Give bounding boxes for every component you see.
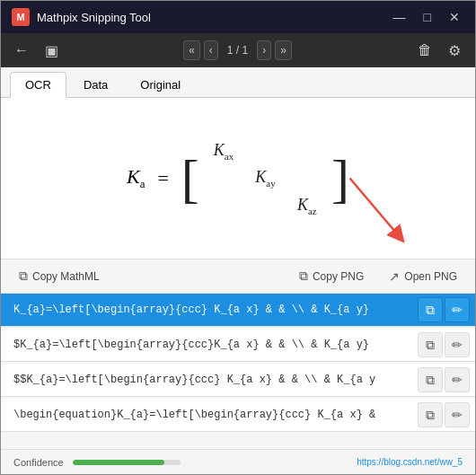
result-copy-btn-1[interactable]: ⧉ xyxy=(418,297,443,322)
matrix-cell-empty6 xyxy=(255,196,275,216)
app-logo: M xyxy=(12,8,30,26)
math-formula: Ka = [ Kax Kay Kaz xyxy=(127,137,349,220)
delete-button[interactable]: 🗑 xyxy=(412,40,437,62)
matrix-cell-kax: Kax xyxy=(214,141,234,162)
toolbar: ← ▣ « ‹ 1 / 1 › » 🗑 ⚙ xyxy=(1,33,475,67)
action-bar-right: ⧉ Copy PNG ↗ Open PNG xyxy=(294,266,463,286)
content-area: OCR Data Original Ka = [ Kax xyxy=(1,67,475,474)
result-actions-1: ⧉ ✏ xyxy=(412,294,475,326)
result-edit-btn-3[interactable]: ✏ xyxy=(445,367,470,392)
tabs-bar: OCR Data Original xyxy=(1,67,475,98)
right-bracket: ] xyxy=(331,152,349,206)
action-bar: ⧉ Copy MathML ⧉ Copy PNG ↗ Open PNG xyxy=(1,259,475,294)
result-edit-btn-1[interactable]: ✏ xyxy=(445,297,470,322)
result-edit-btn-2[interactable]: ✏ xyxy=(445,332,470,357)
page-indicator: 1 / 1 xyxy=(222,44,253,57)
edit-icon-1: ✏ xyxy=(452,303,463,317)
maximize-button[interactable]: □ xyxy=(419,8,436,26)
close-button[interactable]: ✕ xyxy=(445,8,464,26)
left-bracket: [ xyxy=(181,152,199,206)
result-row-2[interactable]: $K_{a}=\left[\begin{array}{ccc}K_{a x} &… xyxy=(1,329,475,362)
copy-mathml-button[interactable]: ⧉ Copy MathML xyxy=(13,266,105,286)
confidence-label: Confidence xyxy=(13,457,64,468)
equals-sign: = xyxy=(157,167,168,190)
open-png-label: Open PNG xyxy=(404,270,457,283)
result-copy-btn-2[interactable]: ⧉ xyxy=(418,332,443,357)
matrix-cell-empty3 xyxy=(214,168,234,189)
pagination-nav: « ‹ 1 / 1 › » xyxy=(183,40,292,60)
nav-next-button[interactable]: › xyxy=(257,40,271,60)
copy-icon-3: ⧉ xyxy=(426,373,435,388)
tab-original[interactable]: Original xyxy=(125,72,196,97)
result-actions-4: ⧉ ✏ xyxy=(412,399,475,431)
copy-icon-2: ⧉ xyxy=(426,338,435,353)
open-png-button[interactable]: ↗ Open PNG xyxy=(383,266,463,286)
matrix-cell-empty4 xyxy=(297,168,317,189)
edit-icon-3: ✏ xyxy=(452,373,463,387)
copy-png-label: Copy PNG xyxy=(313,270,364,283)
results-container: K_{a}=\left[\begin{array}{ccc} K_{a x} &… xyxy=(1,294,475,449)
tab-ocr[interactable]: OCR xyxy=(10,72,66,98)
result-row-4[interactable]: \begin{equation}K_{a}=\left[\begin{array… xyxy=(1,399,475,432)
copy-png-icon: ⧉ xyxy=(299,268,308,284)
status-url: https://blog.csdn.net/ww_5 xyxy=(357,457,463,467)
result-text-1: K_{a}=\left[\begin{array}{ccc} K_{a x} &… xyxy=(1,295,412,325)
result-actions-2: ⧉ ✏ xyxy=(412,329,475,361)
copy-icon-4: ⧉ xyxy=(426,408,435,423)
matrix-cell-empty1 xyxy=(255,141,275,162)
copy-icon-1: ⧉ xyxy=(426,303,435,318)
toolbar-right: 🗑 ⚙ xyxy=(412,40,466,62)
ka-symbol: Ka xyxy=(127,165,145,191)
result-row-3[interactable]: $$K_{a}=\left[\begin{array}{ccc} K_{a x}… xyxy=(1,364,475,397)
edit-icon-2: ✏ xyxy=(452,338,463,352)
result-actions-3: ⧉ ✏ xyxy=(412,364,475,396)
back-button[interactable]: ← xyxy=(10,40,33,61)
title-bar: M Mathpix Snipping Tool — □ ✕ xyxy=(1,1,475,33)
minimize-button[interactable]: — xyxy=(389,8,410,26)
display-button[interactable]: ▣ xyxy=(40,40,63,62)
confidence-bar xyxy=(73,460,164,465)
nav-prev-button[interactable]: ‹ xyxy=(204,40,218,60)
edit-icon-4: ✏ xyxy=(452,408,463,422)
result-text-4: \begin{equation}K_{a}=\left[\begin{array… xyxy=(1,400,412,430)
window-controls: — □ ✕ xyxy=(389,8,464,26)
matrix-cell-kay: Kay xyxy=(255,168,275,189)
matrix-cell-empty2 xyxy=(297,141,317,162)
app-window: M Mathpix Snipping Tool — □ ✕ ← ▣ « ‹ 1 … xyxy=(0,0,476,475)
copy-mathml-icon: ⧉ xyxy=(19,268,28,284)
result-copy-btn-3[interactable]: ⧉ xyxy=(418,367,443,392)
nav-first-button[interactable]: « xyxy=(183,40,200,60)
result-text-2: $K_{a}=\left[\begin{array}{ccc}K_{a x} &… xyxy=(1,330,412,360)
matrix-cell-empty5 xyxy=(214,196,234,216)
result-text-3: $$K_{a}=\left[\begin{array}{ccc} K_{a x}… xyxy=(1,365,412,395)
copy-mathml-label: Copy MathML xyxy=(32,270,100,283)
math-preview: Ka = [ Kax Kay Kaz xyxy=(1,98,475,259)
matrix-cell-kaz: Kaz xyxy=(297,196,317,216)
tab-data[interactable]: Data xyxy=(68,72,123,97)
result-copy-btn-4[interactable]: ⧉ xyxy=(418,402,443,427)
matrix-content: Kax Kay Kaz xyxy=(207,137,324,220)
open-png-icon: ↗ xyxy=(389,269,400,284)
settings-button[interactable]: ⚙ xyxy=(443,40,466,62)
confidence-bar-container xyxy=(73,460,181,465)
status-bar: Confidence https://blog.csdn.net/ww_5 xyxy=(1,449,475,474)
result-row-1[interactable]: K_{a}=\left[\begin{array}{ccc} K_{a x} &… xyxy=(1,294,475,327)
app-title: Mathpix Snipping Tool xyxy=(37,11,389,24)
result-edit-btn-4[interactable]: ✏ xyxy=(445,402,470,427)
copy-png-button[interactable]: ⧉ Copy PNG xyxy=(294,266,369,286)
nav-last-button[interactable]: » xyxy=(275,40,292,60)
svg-line-0 xyxy=(350,179,400,237)
